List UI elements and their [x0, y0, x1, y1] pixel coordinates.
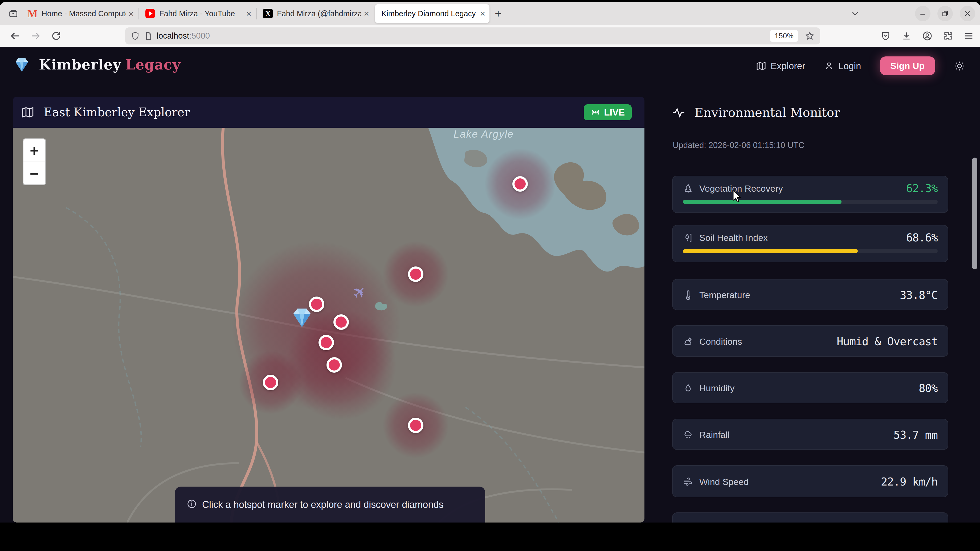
- env-card-value: 62.3%: [906, 182, 938, 195]
- forward-icon[interactable]: [30, 30, 41, 42]
- tab-home-massed-compute[interactable]: M Home - Massed Compute ×: [24, 4, 138, 23]
- window-controls: [850, 4, 975, 23]
- nav-login[interactable]: Login: [824, 61, 861, 71]
- pine-tree-icon: [683, 183, 694, 194]
- map-viewport[interactable]: Lake Argyle + − ✈: [13, 128, 644, 522]
- droplet-icon: [683, 383, 694, 394]
- download-icon[interactable]: [901, 30, 912, 41]
- tab-youtube[interactable]: Fahd Mirza - YouTube ×: [141, 4, 256, 23]
- env-card-label: Soil Health Index: [699, 233, 768, 243]
- env-card-value: 33.8°C: [900, 289, 938, 302]
- live-badge: LIVE: [584, 104, 632, 120]
- progress-track: [683, 249, 938, 253]
- marker-layer: [13, 128, 644, 522]
- bookmark-star-icon[interactable]: [805, 31, 815, 41]
- env-card-label: Conditions: [699, 337, 742, 347]
- url-host: localhost: [157, 31, 189, 41]
- env-card-humidity: Humidity 80%: [672, 372, 948, 403]
- rain-cloud-icon: [683, 430, 694, 440]
- map-zoom-control: + −: [22, 138, 46, 185]
- diamond-logo-icon: [12, 54, 32, 75]
- tab-separator: [138, 8, 139, 19]
- tab-title: Fahd Mirza (@fahdmirza: [277, 9, 361, 18]
- env-card-label: Rainfall: [699, 430, 729, 440]
- thermometer-icon: [683, 290, 694, 300]
- reload-icon[interactable]: [51, 30, 62, 41]
- site-nav: Explorer Login Sign Up: [756, 56, 965, 75]
- zoom-out-button[interactable]: −: [24, 162, 45, 184]
- env-card-partial: [672, 513, 948, 522]
- map-title: East Kimberley Explorer: [44, 105, 190, 119]
- tab-x-profile[interactable]: X Fahd Mirza (@fahdmirza ×: [259, 4, 373, 23]
- env-card-value: 80%: [919, 382, 938, 395]
- url-bar[interactable]: localhost:5000 150%: [125, 27, 820, 44]
- signup-button[interactable]: Sign Up: [880, 56, 935, 75]
- pocket-icon[interactable]: [880, 30, 891, 41]
- site-header: KimberleyLegacy Explorer Login Sign Up: [0, 47, 980, 84]
- new-tab-button[interactable]: +: [495, 7, 502, 20]
- map-card-header: East Kimberley Explorer LIVE: [13, 97, 644, 128]
- tab-close-icon[interactable]: ×: [480, 9, 485, 18]
- back-icon[interactable]: [9, 30, 21, 42]
- map-icon: [21, 105, 35, 119]
- env-card-value: 68.6%: [906, 231, 938, 244]
- env-monitor-header: Environmental Monitor: [671, 105, 840, 120]
- tab-title: Kimberley Diamond Legacy: [381, 9, 477, 18]
- tab-title: Home - Massed Compute: [41, 9, 126, 18]
- env-card-label: Temperature: [699, 290, 750, 300]
- menu-hamburger-icon[interactable]: [964, 30, 974, 41]
- brand[interactable]: KimberleyLegacy: [12, 54, 181, 75]
- hotspot-marker[interactable]: [408, 267, 423, 282]
- bird-icon: [374, 300, 388, 311]
- pulse-icon: [671, 106, 686, 119]
- page-info-icon[interactable]: [144, 32, 153, 40]
- firefox-view-icon[interactable]: [5, 5, 22, 22]
- hotspot-marker[interactable]: [263, 375, 278, 390]
- wind-icon: [683, 476, 694, 487]
- gmail-favicon: M: [28, 9, 37, 18]
- zoom-level-chip[interactable]: 150%: [770, 30, 798, 42]
- tab-list-chevron-icon[interactable]: [850, 8, 860, 19]
- env-card-value: 53.7 mm: [893, 429, 938, 441]
- tab-kimberley-active[interactable]: Kimberley Diamond Legacy ×: [375, 4, 490, 23]
- hotspot-marker[interactable]: [326, 357, 342, 373]
- tab-separator: [256, 8, 257, 19]
- env-card-wind: Wind Speed 22.9 km/h: [672, 465, 948, 497]
- theme-sun-icon[interactable]: [954, 60, 965, 71]
- env-card-temperature: Temperature 33.8°C: [672, 279, 948, 310]
- restore-button[interactable]: [937, 6, 953, 21]
- page-scrollbar-thumb[interactable]: [972, 157, 977, 269]
- diamond-gem-icon: [288, 303, 316, 331]
- navigation-bar: localhost:5000 150%: [0, 25, 980, 48]
- env-card-value: 22.9 km/h: [881, 475, 938, 488]
- env-card-value: Humid & Overcast: [837, 335, 938, 348]
- soil-gauge-icon: [683, 232, 694, 243]
- env-card-conditions: Conditions Humid & Overcast: [672, 325, 948, 357]
- brand-title: KimberleyLegacy: [39, 56, 181, 73]
- shield-icon[interactable]: [130, 31, 140, 41]
- x-favicon: X: [263, 9, 273, 18]
- tab-close-icon[interactable]: ×: [128, 9, 134, 18]
- hotspot-marker[interactable]: [408, 418, 423, 433]
- account-icon[interactable]: [922, 30, 932, 41]
- hotspot-marker[interactable]: [333, 314, 349, 330]
- zoom-in-button[interactable]: +: [24, 139, 45, 162]
- screen: M Home - Massed Compute × Fahd Mirza - Y…: [0, 0, 980, 551]
- env-card-vegetation: Vegetation Recovery 62.3%: [672, 176, 948, 213]
- extensions-puzzle-icon[interactable]: [943, 30, 953, 41]
- close-window-button[interactable]: [960, 6, 975, 21]
- web-page: KimberleyLegacy Explorer Login Sign Up: [0, 47, 980, 522]
- sun-cloud-icon: [683, 336, 694, 347]
- browser-window: M Home - Massed Compute × Fahd Mirza - Y…: [0, 2, 980, 522]
- nav-explorer[interactable]: Explorer: [756, 61, 805, 71]
- brand-accent: Legacy: [126, 56, 181, 73]
- youtube-favicon: [145, 9, 155, 18]
- hotspot-marker[interactable]: [512, 176, 528, 192]
- progress-track: [683, 200, 938, 204]
- tab-close-icon[interactable]: ×: [364, 9, 369, 18]
- minimize-button[interactable]: [915, 6, 931, 21]
- tab-close-icon[interactable]: ×: [246, 9, 251, 18]
- map-tooltip: Click a hotspot marker to explore and di…: [175, 487, 485, 522]
- hotspot-marker[interactable]: [318, 335, 334, 350]
- env-monitor-title: Environmental Monitor: [695, 105, 840, 120]
